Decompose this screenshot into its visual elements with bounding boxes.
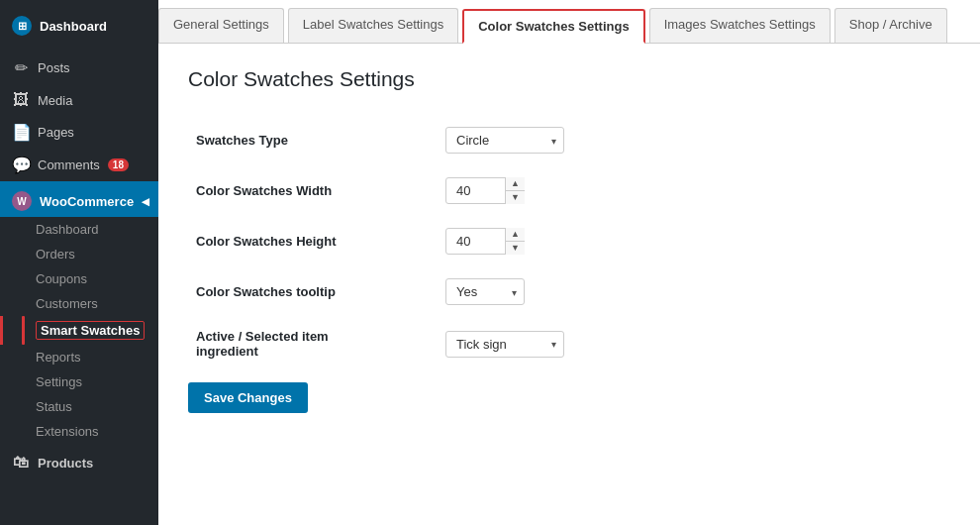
content-area: Color Swatches Settings Swatches Type Ci… [158, 44, 980, 525]
wc-customers-label: Customers [36, 296, 98, 311]
save-button[interactable]: Save Changes [188, 382, 308, 413]
sidebar-item-wc-dashboard[interactable]: Dashboard [28, 217, 158, 242]
sidebar-item-label: Posts [38, 60, 70, 75]
woocommerce-label: WooCommerce [40, 194, 134, 209]
sidebar-item-smart-swatches[interactable]: Smart Swatches [28, 316, 158, 345]
active-item-row: Active / Selected item ingredient Tick s… [188, 317, 950, 370]
tab-shop[interactable]: Shop / Archive [834, 8, 947, 43]
sidebar-item-wc-coupons[interactable]: Coupons [28, 266, 158, 291]
woocommerce-submenu: Dashboard Orders Coupons Customers Smart… [0, 217, 158, 444]
wc-dashboard-label: Dashboard [36, 222, 99, 237]
dashboard-icon: ⊞ [12, 16, 32, 36]
sidebar-item-wc-settings[interactable]: Settings [28, 369, 158, 394]
sidebar-item-posts[interactable]: ✏ Posts [0, 52, 158, 84]
sidebar: ⊞ Dashboard ✏ Posts 🖼 Media 📄 Pages 💬 Co… [0, 0, 158, 525]
swatches-type-select[interactable]: Circle Square Rounded [445, 127, 564, 154]
sidebar-item-wc-extensions[interactable]: Extensions [28, 419, 158, 444]
swatches-type-row: Swatches Type Circle Square Rounded ▾ [188, 115, 950, 165]
width-spinner-up[interactable]: ▲ [506, 177, 525, 191]
swatches-width-row: Color Swatches Width ▲ ▼ [188, 165, 950, 216]
swatches-height-input-wrap: ▲ ▼ [445, 228, 525, 255]
wc-orders-label: Orders [36, 247, 75, 262]
dashboard-label: Dashboard [40, 19, 107, 34]
swatches-width-label: Color Swatches Width [188, 165, 426, 216]
smart-swatches-label: Smart Swatches [36, 321, 145, 340]
swatches-tooltip-label: Color Swatches tooltip [188, 266, 426, 317]
swatches-width-input-wrap: ▲ ▼ [445, 177, 525, 204]
sidebar-item-wc-customers[interactable]: Customers [28, 291, 158, 316]
pages-icon: 📄 [12, 123, 30, 142]
page-title: Color Swatches Settings [188, 67, 950, 91]
sidebar-item-label: Comments [38, 158, 100, 172]
sidebar-item-pages[interactable]: 📄 Pages [0, 116, 158, 149]
sidebar-item-media[interactable]: 🖼 Media [0, 84, 158, 116]
wc-status-label: Status [36, 399, 72, 414]
active-item-select-wrap: Tick sign None Border ▾ [445, 331, 564, 358]
height-spinners: ▲ ▼ [505, 228, 525, 255]
swatches-tooltip-row: Color Swatches tooltip Yes No ▾ [188, 266, 950, 317]
wc-reports-label: Reports [36, 350, 81, 365]
swatches-type-select-wrap: Circle Square Rounded ▾ [445, 127, 564, 154]
products-icon: 🛍 [12, 454, 30, 472]
dashboard-link[interactable]: ⊞ Dashboard [0, 8, 158, 44]
swatches-type-label: Swatches Type [188, 115, 426, 165]
tab-bar: General Settings Label Swatches Settings… [158, 0, 980, 44]
woocommerce-arrow: ◀ [142, 196, 149, 207]
posts-icon: ✏ [12, 58, 30, 77]
woocommerce-header[interactable]: W WooCommerce ◀ [0, 181, 158, 217]
active-item-select[interactable]: Tick sign None Border [445, 331, 564, 358]
sidebar-item-comments[interactable]: 💬 Comments 18 [0, 149, 158, 181]
wc-extensions-label: Extensions [36, 424, 99, 439]
tab-images[interactable]: Images Swatches Settings [649, 8, 831, 43]
comments-badge: 18 [108, 158, 129, 171]
sidebar-item-wc-reports[interactable]: Reports [28, 345, 158, 369]
swatches-tooltip-select[interactable]: Yes No [445, 278, 525, 305]
main-area: General Settings Label Swatches Settings… [158, 0, 980, 525]
wc-coupons-label: Coupons [36, 271, 87, 286]
active-item-label: Active / Selected item ingredient [188, 317, 426, 370]
wc-settings-label: Settings [36, 374, 82, 389]
sidebar-item-wc-orders[interactable]: Orders [28, 242, 158, 266]
active-indicator [22, 316, 25, 345]
settings-form: Swatches Type Circle Square Rounded ▾ Co… [188, 115, 950, 370]
woocommerce-icon: W [12, 191, 32, 211]
products-label: Products [38, 456, 93, 471]
sidebar-item-wc-status[interactable]: Status [28, 394, 158, 419]
tab-general[interactable]: General Settings [158, 8, 284, 43]
width-spinners: ▲ ▼ [505, 177, 525, 204]
sidebar-item-label: Pages [38, 125, 74, 140]
swatches-tooltip-select-wrap: Yes No ▾ [445, 278, 525, 305]
tab-color[interactable]: Color Swatches Settings [462, 9, 644, 44]
swatches-height-label: Color Swatches Height [188, 216, 426, 266]
height-spinner-up[interactable]: ▲ [506, 228, 525, 242]
width-spinner-down[interactable]: ▼ [506, 191, 525, 204]
sidebar-item-label: Media [38, 93, 72, 108]
sidebar-item-products[interactable]: 🛍 Products [0, 444, 158, 481]
height-spinner-down[interactable]: ▼ [506, 242, 525, 255]
swatches-height-row: Color Swatches Height ▲ ▼ [188, 216, 950, 266]
comments-icon: 💬 [12, 156, 30, 174]
tab-label[interactable]: Label Swatches Settings [288, 8, 458, 43]
media-icon: 🖼 [12, 91, 30, 109]
